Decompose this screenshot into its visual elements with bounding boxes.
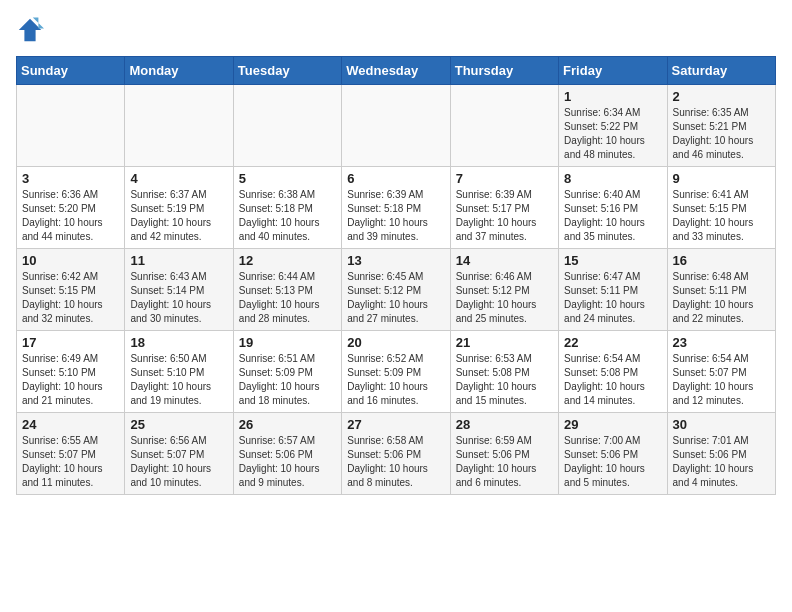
day-number: 29 xyxy=(564,417,661,432)
calendar-cell: 27Sunrise: 6:58 AM Sunset: 5:06 PM Dayli… xyxy=(342,413,450,495)
day-info: Sunrise: 6:57 AM Sunset: 5:06 PM Dayligh… xyxy=(239,434,336,490)
calendar-cell: 15Sunrise: 6:47 AM Sunset: 5:11 PM Dayli… xyxy=(559,249,667,331)
calendar-cell xyxy=(342,85,450,167)
weekday-header: Sunday xyxy=(17,57,125,85)
day-info: Sunrise: 6:51 AM Sunset: 5:09 PM Dayligh… xyxy=(239,352,336,408)
calendar-week-row: 17Sunrise: 6:49 AM Sunset: 5:10 PM Dayli… xyxy=(17,331,776,413)
logo-icon xyxy=(16,16,44,44)
day-info: Sunrise: 6:49 AM Sunset: 5:10 PM Dayligh… xyxy=(22,352,119,408)
calendar-cell: 7Sunrise: 6:39 AM Sunset: 5:17 PM Daylig… xyxy=(450,167,558,249)
calendar-cell: 13Sunrise: 6:45 AM Sunset: 5:12 PM Dayli… xyxy=(342,249,450,331)
day-number: 4 xyxy=(130,171,227,186)
calendar-week-row: 3Sunrise: 6:36 AM Sunset: 5:20 PM Daylig… xyxy=(17,167,776,249)
logo xyxy=(16,16,48,44)
calendar-cell: 1Sunrise: 6:34 AM Sunset: 5:22 PM Daylig… xyxy=(559,85,667,167)
calendar-header: SundayMondayTuesdayWednesdayThursdayFrid… xyxy=(17,57,776,85)
calendar-cell: 21Sunrise: 6:53 AM Sunset: 5:08 PM Dayli… xyxy=(450,331,558,413)
calendar-week-row: 10Sunrise: 6:42 AM Sunset: 5:15 PM Dayli… xyxy=(17,249,776,331)
day-info: Sunrise: 6:58 AM Sunset: 5:06 PM Dayligh… xyxy=(347,434,444,490)
weekday-header: Tuesday xyxy=(233,57,341,85)
page-header xyxy=(16,16,776,44)
day-number: 30 xyxy=(673,417,770,432)
day-number: 13 xyxy=(347,253,444,268)
calendar-cell: 19Sunrise: 6:51 AM Sunset: 5:09 PM Dayli… xyxy=(233,331,341,413)
calendar-cell: 18Sunrise: 6:50 AM Sunset: 5:10 PM Dayli… xyxy=(125,331,233,413)
calendar-cell xyxy=(17,85,125,167)
day-info: Sunrise: 6:53 AM Sunset: 5:08 PM Dayligh… xyxy=(456,352,553,408)
day-number: 23 xyxy=(673,335,770,350)
day-number: 10 xyxy=(22,253,119,268)
weekday-header: Wednesday xyxy=(342,57,450,85)
day-number: 28 xyxy=(456,417,553,432)
calendar-cell xyxy=(450,85,558,167)
weekday-row: SundayMondayTuesdayWednesdayThursdayFrid… xyxy=(17,57,776,85)
calendar-cell: 4Sunrise: 6:37 AM Sunset: 5:19 PM Daylig… xyxy=(125,167,233,249)
calendar-cell: 12Sunrise: 6:44 AM Sunset: 5:13 PM Dayli… xyxy=(233,249,341,331)
calendar-cell: 11Sunrise: 6:43 AM Sunset: 5:14 PM Dayli… xyxy=(125,249,233,331)
day-info: Sunrise: 6:47 AM Sunset: 5:11 PM Dayligh… xyxy=(564,270,661,326)
day-info: Sunrise: 6:42 AM Sunset: 5:15 PM Dayligh… xyxy=(22,270,119,326)
day-number: 12 xyxy=(239,253,336,268)
day-number: 20 xyxy=(347,335,444,350)
day-number: 9 xyxy=(673,171,770,186)
day-number: 17 xyxy=(22,335,119,350)
day-info: Sunrise: 7:01 AM Sunset: 5:06 PM Dayligh… xyxy=(673,434,770,490)
day-number: 21 xyxy=(456,335,553,350)
day-info: Sunrise: 6:52 AM Sunset: 5:09 PM Dayligh… xyxy=(347,352,444,408)
day-number: 8 xyxy=(564,171,661,186)
calendar-body: 1Sunrise: 6:34 AM Sunset: 5:22 PM Daylig… xyxy=(17,85,776,495)
weekday-header: Friday xyxy=(559,57,667,85)
day-info: Sunrise: 6:37 AM Sunset: 5:19 PM Dayligh… xyxy=(130,188,227,244)
day-number: 15 xyxy=(564,253,661,268)
calendar-week-row: 24Sunrise: 6:55 AM Sunset: 5:07 PM Dayli… xyxy=(17,413,776,495)
day-number: 1 xyxy=(564,89,661,104)
calendar-cell: 30Sunrise: 7:01 AM Sunset: 5:06 PM Dayli… xyxy=(667,413,775,495)
calendar-week-row: 1Sunrise: 6:34 AM Sunset: 5:22 PM Daylig… xyxy=(17,85,776,167)
calendar-table: SundayMondayTuesdayWednesdayThursdayFrid… xyxy=(16,56,776,495)
day-number: 11 xyxy=(130,253,227,268)
day-info: Sunrise: 6:34 AM Sunset: 5:22 PM Dayligh… xyxy=(564,106,661,162)
weekday-header: Monday xyxy=(125,57,233,85)
day-number: 27 xyxy=(347,417,444,432)
calendar-cell: 8Sunrise: 6:40 AM Sunset: 5:16 PM Daylig… xyxy=(559,167,667,249)
day-info: Sunrise: 6:41 AM Sunset: 5:15 PM Dayligh… xyxy=(673,188,770,244)
day-info: Sunrise: 6:43 AM Sunset: 5:14 PM Dayligh… xyxy=(130,270,227,326)
calendar-cell: 3Sunrise: 6:36 AM Sunset: 5:20 PM Daylig… xyxy=(17,167,125,249)
day-info: Sunrise: 6:38 AM Sunset: 5:18 PM Dayligh… xyxy=(239,188,336,244)
day-info: Sunrise: 6:54 AM Sunset: 5:08 PM Dayligh… xyxy=(564,352,661,408)
day-info: Sunrise: 6:54 AM Sunset: 5:07 PM Dayligh… xyxy=(673,352,770,408)
calendar-cell: 20Sunrise: 6:52 AM Sunset: 5:09 PM Dayli… xyxy=(342,331,450,413)
day-number: 14 xyxy=(456,253,553,268)
day-info: Sunrise: 6:48 AM Sunset: 5:11 PM Dayligh… xyxy=(673,270,770,326)
day-info: Sunrise: 7:00 AM Sunset: 5:06 PM Dayligh… xyxy=(564,434,661,490)
day-info: Sunrise: 6:39 AM Sunset: 5:17 PM Dayligh… xyxy=(456,188,553,244)
day-info: Sunrise: 6:55 AM Sunset: 5:07 PM Dayligh… xyxy=(22,434,119,490)
weekday-header: Thursday xyxy=(450,57,558,85)
day-number: 2 xyxy=(673,89,770,104)
day-number: 25 xyxy=(130,417,227,432)
calendar-cell: 25Sunrise: 6:56 AM Sunset: 5:07 PM Dayli… xyxy=(125,413,233,495)
day-info: Sunrise: 6:39 AM Sunset: 5:18 PM Dayligh… xyxy=(347,188,444,244)
day-number: 26 xyxy=(239,417,336,432)
calendar-cell: 2Sunrise: 6:35 AM Sunset: 5:21 PM Daylig… xyxy=(667,85,775,167)
day-number: 6 xyxy=(347,171,444,186)
calendar-cell xyxy=(125,85,233,167)
weekday-header: Saturday xyxy=(667,57,775,85)
calendar-cell: 10Sunrise: 6:42 AM Sunset: 5:15 PM Dayli… xyxy=(17,249,125,331)
calendar-cell: 28Sunrise: 6:59 AM Sunset: 5:06 PM Dayli… xyxy=(450,413,558,495)
day-info: Sunrise: 6:56 AM Sunset: 5:07 PM Dayligh… xyxy=(130,434,227,490)
calendar-cell: 5Sunrise: 6:38 AM Sunset: 5:18 PM Daylig… xyxy=(233,167,341,249)
calendar-cell: 26Sunrise: 6:57 AM Sunset: 5:06 PM Dayli… xyxy=(233,413,341,495)
calendar-cell: 24Sunrise: 6:55 AM Sunset: 5:07 PM Dayli… xyxy=(17,413,125,495)
calendar-cell: 29Sunrise: 7:00 AM Sunset: 5:06 PM Dayli… xyxy=(559,413,667,495)
calendar-cell: 16Sunrise: 6:48 AM Sunset: 5:11 PM Dayli… xyxy=(667,249,775,331)
day-info: Sunrise: 6:44 AM Sunset: 5:13 PM Dayligh… xyxy=(239,270,336,326)
calendar-cell: 9Sunrise: 6:41 AM Sunset: 5:15 PM Daylig… xyxy=(667,167,775,249)
calendar-cell: 17Sunrise: 6:49 AM Sunset: 5:10 PM Dayli… xyxy=(17,331,125,413)
day-info: Sunrise: 6:59 AM Sunset: 5:06 PM Dayligh… xyxy=(456,434,553,490)
day-info: Sunrise: 6:46 AM Sunset: 5:12 PM Dayligh… xyxy=(456,270,553,326)
day-number: 5 xyxy=(239,171,336,186)
calendar-cell: 22Sunrise: 6:54 AM Sunset: 5:08 PM Dayli… xyxy=(559,331,667,413)
day-info: Sunrise: 6:36 AM Sunset: 5:20 PM Dayligh… xyxy=(22,188,119,244)
day-number: 16 xyxy=(673,253,770,268)
